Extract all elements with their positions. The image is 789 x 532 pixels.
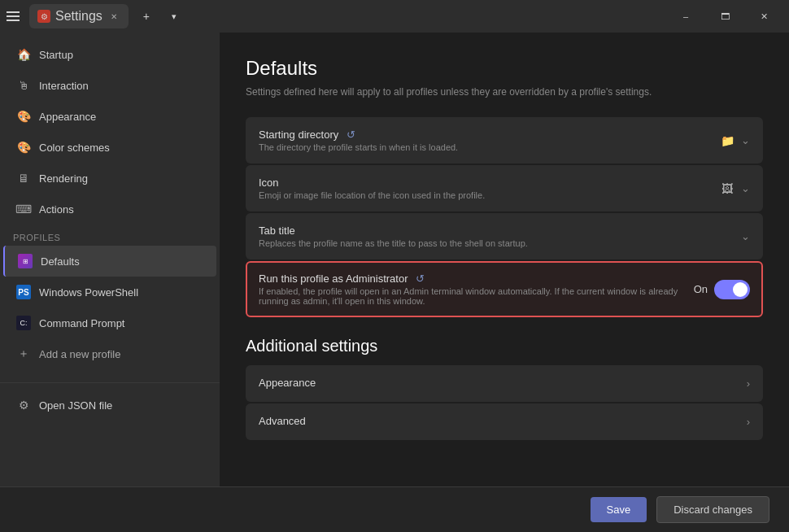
chevron-right-icon-appearance: ›: [747, 377, 750, 390]
rendering-label: Rendering: [39, 172, 88, 185]
setting-row-right-advanced: ›: [747, 416, 750, 428]
add-profile-label: Add a new profile: [39, 348, 120, 360]
close-button[interactable]: ✕: [745, 3, 782, 29]
sidebar-item-interaction[interactable]: 🖱 Interaction: [3, 70, 216, 101]
sidebar: 🏠 Startup 🖱 Interaction 🎨 Appearance 🎨 C…: [0, 33, 220, 486]
new-tab-dropdown-button[interactable]: ▾: [164, 7, 184, 26]
sidebar-item-appearance[interactable]: 🎨 Appearance: [3, 101, 216, 132]
setting-row-icon[interactable]: Icon Emoji or image file location of the…: [246, 165, 763, 211]
open-json-icon: ⚙: [16, 398, 31, 412]
sidebar-item-startup[interactable]: 🏠 Startup: [3, 39, 216, 70]
bottom-bar: Save Discard changes: [0, 486, 789, 532]
setting-title-1: Icon: [259, 177, 720, 189]
cmd-icon: C:: [16, 316, 31, 330]
color-schemes-label: Color schemes: [39, 142, 110, 154]
powershell-label: Windows PowerShell: [39, 286, 138, 299]
setting-row-right-0: 📁 ⌄: [720, 133, 750, 148]
defaults-label: Defaults: [41, 255, 80, 268]
run-as-admin-refresh-icon[interactable]: ↺: [416, 273, 425, 285]
color-schemes-icon: 🎨: [16, 140, 31, 155]
setting-row-right-appearance: ›: [747, 377, 750, 390]
content-area: Defaults Settings defined here will appl…: [220, 33, 789, 486]
setting-title-advanced: Advanced: [259, 415, 747, 427]
setting-row-left-2: Tab title Replaces the profile name as t…: [259, 225, 741, 248]
sidebar-item-open-json[interactable]: ⚙ Open JSON file: [3, 390, 216, 421]
open-json-label: Open JSON file: [39, 399, 112, 412]
setting-title-2: Tab title: [259, 225, 741, 237]
maximize-button[interactable]: 🗖: [706, 3, 743, 29]
sidebar-item-powershell[interactable]: PS Windows PowerShell: [3, 277, 216, 307]
setting-row-left-3: Run this profile as Administrator ↺ If e…: [259, 273, 694, 306]
setting-row-left-0: Starting directory ↺ The directory the p…: [259, 129, 720, 152]
run-as-admin-toggle[interactable]: [714, 280, 750, 299]
powershell-icon: PS: [16, 285, 31, 299]
setting-desc-0: The directory the profile starts in when…: [259, 142, 720, 152]
sidebar-item-actions[interactable]: ⌨ Actions: [3, 194, 216, 225]
sidebar-item-rendering[interactable]: 🖥 Rendering: [3, 163, 216, 194]
save-button[interactable]: Save: [591, 497, 647, 522]
setting-row-left-appearance: Appearance: [259, 377, 747, 390]
sidebar-item-cmd[interactable]: C: Command Prompt: [3, 307, 216, 338]
minimize-button[interactable]: –: [667, 3, 704, 29]
setting-row-right-3: On: [694, 280, 750, 299]
starting-directory-refresh-icon[interactable]: ↺: [347, 129, 355, 141]
setting-title-appearance: Appearance: [259, 377, 747, 389]
setting-desc-3: If enabled, the profile will open in an …: [259, 286, 694, 306]
setting-row-right-2: ⌄: [741, 230, 750, 242]
interaction-label: Interaction: [39, 80, 89, 92]
setting-desc-2: Replaces the profile name as the title t…: [259, 238, 741, 248]
page-subtitle: Settings defined here will apply to all …: [246, 86, 763, 98]
image-icon: 🖼: [720, 181, 735, 196]
rendering-icon: 🖥: [16, 171, 31, 185]
chevron-right-icon-advanced: ›: [747, 416, 750, 428]
title-bar-left: ⚙ Settings ✕ + ▾: [7, 4, 660, 28]
setting-row-appearance[interactable]: Appearance ›: [246, 365, 763, 402]
setting-row-starting-directory[interactable]: Starting directory ↺ The directory the p…: [246, 117, 763, 164]
setting-row-tab-title[interactable]: Tab title Replaces the profile name as t…: [246, 213, 763, 259]
discard-changes-button[interactable]: Discard changes: [656, 496, 769, 523]
tab-close-button[interactable]: ✕: [107, 10, 120, 23]
main-content: 🏠 Startup 🖱 Interaction 🎨 Appearance 🎨 C…: [0, 33, 789, 486]
defaults-icon: ⊞: [18, 254, 33, 268]
actions-label: Actions: [39, 203, 74, 216]
sidebar-item-color-schemes[interactable]: 🎨 Color schemes: [3, 132, 216, 163]
add-profile-icon: ＋: [16, 347, 31, 361]
page-title: Defaults: [246, 57, 763, 80]
title-bar: ⚙ Settings ✕ + ▾ – 🗖 ✕: [0, 0, 789, 33]
sidebar-item-add-profile[interactable]: ＋ Add a new profile: [3, 338, 216, 369]
folder-icon: 📁: [720, 133, 735, 148]
setting-row-advanced[interactable]: Advanced ›: [246, 403, 763, 440]
window-controls: – 🗖 ✕: [667, 3, 782, 29]
actions-icon: ⌨: [16, 202, 31, 216]
profiles-section-label: Profiles: [0, 225, 220, 246]
toggle-container: On: [694, 280, 750, 299]
setting-title-3: Run this profile as Administrator ↺: [259, 273, 694, 285]
startup-label: Startup: [39, 49, 73, 61]
interaction-icon: 🖱: [16, 78, 31, 93]
cmd-label: Command Prompt: [39, 317, 124, 329]
toggle-on-label: On: [694, 283, 708, 295]
appearance-label: Appearance: [39, 111, 96, 123]
setting-title-0: Starting directory ↺: [259, 129, 720, 141]
settings-tab[interactable]: ⚙ Settings ✕: [29, 4, 129, 28]
setting-desc-1: Emoji or image file location of the icon…: [259, 190, 720, 200]
chevron-down-icon-1: ⌄: [741, 182, 750, 194]
settings-tab-label: Settings: [55, 9, 102, 24]
chevron-down-icon-2: ⌄: [741, 230, 750, 242]
setting-row-left-1: Icon Emoji or image file location of the…: [259, 177, 720, 200]
setting-row-right-1: 🖼 ⌄: [720, 181, 750, 196]
hamburger-icon[interactable]: [7, 8, 23, 24]
additional-settings-heading: Additional settings: [246, 337, 763, 355]
setting-row-left-advanced: Advanced: [259, 415, 747, 429]
sidebar-item-defaults[interactable]: ⊞ Defaults: [3, 246, 216, 277]
chevron-down-icon-0: ⌄: [741, 134, 750, 146]
new-tab-button[interactable]: +: [135, 5, 158, 28]
startup-icon: 🏠: [16, 47, 31, 62]
setting-row-run-as-admin[interactable]: Run this profile as Administrator ↺ If e…: [246, 261, 763, 317]
appearance-icon: 🎨: [16, 109, 31, 124]
settings-tab-icon: ⚙: [37, 10, 50, 23]
